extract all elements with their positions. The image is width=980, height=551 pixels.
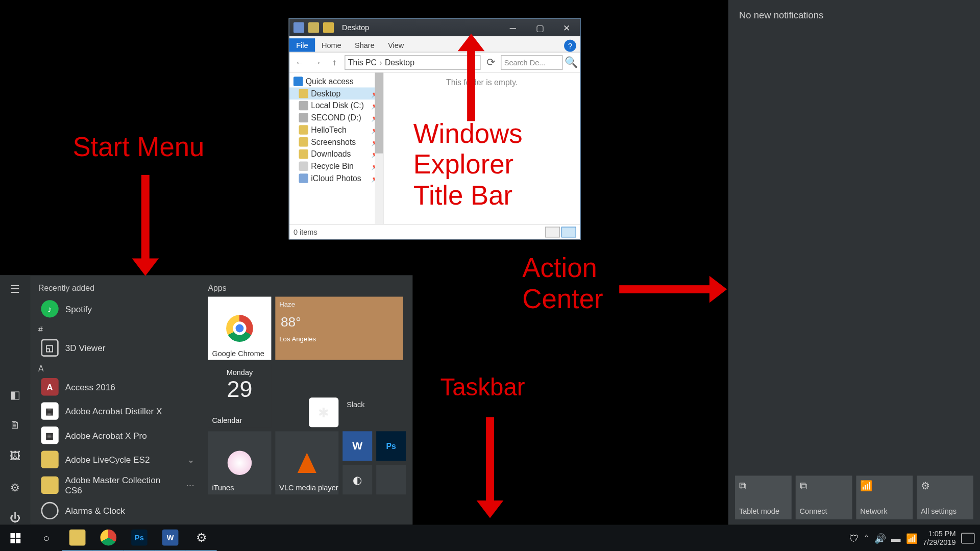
cortana-button[interactable]: ○: [31, 525, 62, 551]
qat-icon[interactable]: [323, 22, 334, 33]
app-item-acrobat[interactable]: ▦Adobe Acrobat X Pro: [38, 423, 197, 447]
address-row: ← → ↑ This PC › Desktop ⟳ Search De... 🔍: [289, 53, 580, 73]
app-item-livecycle[interactable]: Adobe LiveCycle ES2⌄: [38, 447, 197, 471]
breadcrumb-current[interactable]: Desktop: [385, 58, 414, 67]
minimize-button[interactable]: ─: [499, 19, 526, 36]
app-label: Adobe Acrobat X Pro: [65, 430, 147, 440]
tile-chrome[interactable]: Google Chrome: [208, 297, 271, 360]
app-item-mastercoll[interactable]: Adobe Master Collection CS6⋯: [38, 471, 197, 498]
tab-file[interactable]: File: [289, 38, 315, 52]
system-tray: 🛡 ˄ 🔊 ▬ 📶 1:05 PM 7/29/2019: [849, 530, 980, 547]
forward-button[interactable]: →: [310, 55, 325, 69]
action-center: No new notifications ⧉Tablet mode ⧉Conne…: [728, 0, 980, 525]
taskbar-settings[interactable]: ⚙: [186, 525, 217, 551]
tiles-group-header: Apps: [208, 283, 406, 292]
breadcrumb-sep: ›: [379, 58, 382, 67]
tile-calendar[interactable]: Monday 29 Calendar: [208, 364, 271, 427]
power-icon[interactable]: ⏻: [8, 511, 21, 524]
quick-action-settings[interactable]: ⚙All settings: [917, 475, 973, 519]
tile-word[interactable]: W: [342, 431, 372, 461]
annotation-start: Start Menu: [72, 131, 204, 162]
wifi-icon[interactable]: 📶: [906, 533, 917, 543]
taskbar-chrome[interactable]: [93, 525, 124, 551]
nav-item[interactable]: iCloud Photos📌: [289, 172, 383, 185]
app-label: 3D Viewer: [65, 343, 106, 353]
tray-icon[interactable]: 🛡: [849, 533, 859, 543]
quick-action-tablet[interactable]: ⧉Tablet mode: [735, 475, 792, 519]
tile-weather[interactable]: Haze 88° Los Angeles: [275, 297, 403, 360]
close-button[interactable]: ✕: [553, 19, 580, 36]
start-button[interactable]: [0, 525, 31, 551]
tab-view[interactable]: View: [381, 38, 411, 52]
access-icon: A: [41, 378, 58, 395]
nav-label: HelloTech: [311, 125, 346, 134]
refresh-button[interactable]: ⟳: [483, 55, 498, 69]
app-label: Spotify: [65, 304, 92, 314]
nav-item[interactable]: SECOND (D:)📌: [289, 112, 383, 124]
volume-icon[interactable]: 🔊: [874, 533, 886, 543]
svg-rect-1: [16, 533, 20, 538]
maximize-button[interactable]: ▢: [526, 19, 553, 36]
nav-item[interactable]: HelloTech📌: [289, 124, 383, 136]
hamburger-icon[interactable]: ☰: [8, 282, 21, 295]
taskbar-explorer[interactable]: [62, 525, 93, 551]
view-icons-button[interactable]: [561, 227, 576, 237]
start-menu: ☰ ◧ 🗎 🖼 ⚙ ⏻ Recently added ♪Spotify # ◱3…: [0, 275, 412, 524]
scroll-thumb[interactable]: [375, 72, 383, 153]
taskbar-clock[interactable]: 1:05 PM 7/29/2019: [923, 530, 956, 547]
breadcrumb-pc[interactable]: This PC: [348, 58, 377, 67]
quick-action-connect[interactable]: ⧉Connect: [796, 475, 852, 519]
weather-temp: 88°: [281, 314, 301, 330]
nav-item[interactable]: Local Disk (C:)📌: [289, 99, 383, 112]
back-button[interactable]: ←: [292, 55, 307, 69]
letter-header[interactable]: A: [38, 364, 197, 373]
nav-item[interactable]: Desktop📌: [289, 87, 383, 99]
nav-item[interactable]: Screenshots📌: [289, 136, 383, 148]
action-center-button[interactable]: [961, 533, 974, 543]
view-details-button[interactable]: [545, 227, 560, 237]
quick-action-network[interactable]: 📶Network: [856, 475, 913, 519]
tray-chevron-icon[interactable]: ˄: [864, 533, 869, 543]
app-item-spotify[interactable]: ♪Spotify: [38, 297, 197, 321]
taskbar-photoshop[interactable]: Ps: [124, 525, 155, 551]
tile-app[interactable]: ◐: [342, 465, 372, 494]
tile-label: Google Chrome: [212, 349, 264, 357]
settings-icon[interactable]: ⚙: [8, 481, 21, 494]
user-icon[interactable]: ◧: [8, 388, 21, 401]
nav-quick-access[interactable]: Quick access: [289, 76, 383, 88]
tab-share[interactable]: Share: [348, 38, 381, 52]
pictures-icon[interactable]: 🖼: [8, 449, 21, 463]
tab-home[interactable]: Home: [315, 38, 348, 52]
adobe-icon: ▦: [41, 427, 58, 444]
app-item-3dviewer[interactable]: ◱3D Viewer: [38, 336, 197, 360]
address-bar[interactable]: This PC › Desktop: [345, 55, 480, 69]
documents-icon[interactable]: 🗎: [8, 418, 21, 432]
search-icon[interactable]: 🔍: [566, 56, 578, 68]
folder-icon: [41, 451, 58, 468]
qat-icon[interactable]: [308, 22, 319, 33]
search-input[interactable]: Search De...: [501, 55, 562, 69]
app-item-distiller[interactable]: ▦Adobe Acrobat Distiller X: [38, 399, 197, 423]
help-icon[interactable]: ?: [564, 40, 576, 52]
app-item-access[interactable]: AAccess 2016: [38, 375, 197, 399]
tile-slack[interactable]: ✱: [309, 397, 338, 427]
taskbar-word[interactable]: W: [155, 525, 186, 551]
letter-header[interactable]: #: [38, 325, 197, 334]
nav-item[interactable]: Recycle Bin📌: [289, 160, 383, 172]
gear-icon: ⚙: [196, 530, 207, 545]
nav-item[interactable]: Downloads📌: [289, 148, 383, 160]
windows-icon: [9, 532, 21, 544]
tile-app[interactable]: [376, 465, 406, 494]
tile-photoshop[interactable]: Ps: [376, 431, 406, 461]
app-item-alarms[interactable]: Alarms & Clock: [38, 498, 197, 522]
wifi-icon: 📶: [860, 480, 909, 492]
tile-vlc[interactable]: VLC media player: [275, 431, 338, 494]
up-button[interactable]: ↑: [327, 55, 342, 69]
empty-text: This folder is empty.: [446, 78, 518, 87]
calendar-day: Monday: [208, 368, 271, 376]
tile-itunes[interactable]: iTunes: [208, 431, 271, 494]
qat-icon[interactable]: [293, 22, 304, 33]
explorer-titlebar[interactable]: Desktop ─ ▢ ✕: [289, 19, 580, 36]
scrollbar[interactable]: [375, 72, 383, 224]
battery-icon[interactable]: ▬: [891, 533, 900, 543]
